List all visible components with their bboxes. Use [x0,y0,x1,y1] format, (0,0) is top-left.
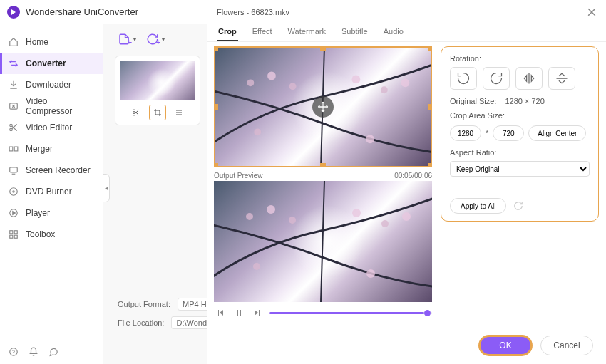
sidebar-item-downloader[interactable]: Downloader [0,74,103,95]
converter-icon [9,58,19,68]
svg-point-27 [254,128,261,135]
sidebar: Home Converter Downloader Video Compress… [0,24,103,364]
tab-effect[interactable]: Effect [251,24,274,41]
pause-button[interactable] [232,306,245,319]
editor-tabs: Crop Effect Watermark Subtitle Audio [207,20,606,42]
ok-button[interactable]: OK [479,336,532,355]
play-icon [9,208,19,218]
tab-audio[interactable]: Audio [382,24,405,41]
svg-point-30 [267,205,275,214]
sidebar-item-home[interactable]: Home [0,31,103,53]
crop-handle-bm[interactable] [320,163,326,167]
sidebar-item-label: Downloader [26,80,71,90]
output-format-label: Output Format: [118,300,170,308]
crop-height-input[interactable] [493,125,524,141]
playback-progress[interactable] [269,312,432,314]
svg-rect-9 [14,147,18,151]
svg-point-33 [381,220,389,227]
sidebar-item-label: Merger [26,144,53,154]
add-file-button[interactable]: +▾ [118,31,136,47]
grid-icon [9,229,19,239]
collapse-sidebar-button[interactable]: ◂ [103,174,110,202]
crop-tool-button[interactable] [149,105,166,120]
tab-watermark[interactable]: Watermark [287,24,327,41]
svg-point-12 [13,191,14,192]
svg-rect-16 [10,235,13,238]
video-thumbnail[interactable] [120,61,195,100]
crop-handle-mr[interactable] [428,104,432,110]
svg-point-35 [253,263,260,270]
svg-point-19 [133,110,135,112]
prev-frame-button[interactable] [214,306,227,319]
crop-move-handle[interactable] [312,96,334,118]
svg-rect-38 [240,310,241,316]
record-icon [9,165,19,175]
svg-rect-14 [10,231,13,234]
svg-point-21 [247,79,254,86]
editor-close-button[interactable] [587,8,596,16]
output-image [214,181,432,302]
home-icon [9,37,19,47]
crop-preview[interactable] [214,46,432,167]
next-frame-button[interactable] [251,306,264,319]
sidebar-item-recorder[interactable]: Screen Recorder [0,160,103,181]
reset-icon[interactable] [513,201,523,211]
flip-vertical-button[interactable] [548,67,575,90]
cancel-button[interactable]: Cancel [540,336,593,355]
svg-rect-15 [14,231,17,234]
svg-point-31 [289,217,296,224]
sidebar-item-compressor[interactable]: Video Compressor [0,95,103,117]
crop-handle-ml[interactable] [214,104,218,110]
svg-rect-10 [10,167,18,172]
help-icon[interactable] [9,347,19,357]
svg-point-22 [267,72,276,80]
sidebar-item-player[interactable]: Player [0,202,103,224]
file-location-label: File Location: [118,318,164,327]
app-logo [7,6,20,19]
tab-crop[interactable]: Crop [217,24,238,41]
sidebar-item-converter[interactable]: Converter [0,53,103,74]
sidebar-item-label: Video Editor [26,123,72,132]
aspect-ratio-select[interactable]: Keep Original [450,161,590,177]
trim-tool-button[interactable] [128,105,145,120]
align-center-button[interactable]: Align Center [528,125,586,141]
merge-icon [9,144,19,154]
crop-separator: * [486,129,488,137]
editor-file-title: Flowers - 66823.mkv [217,8,289,16]
app-title: Wondershare UniConverter [26,6,138,17]
aspect-ratio-label: Aspect Ratio: [450,148,590,157]
sidebar-item-toolbox[interactable]: Toolbox [0,224,103,245]
compress-icon [9,101,19,111]
svg-point-24 [351,75,360,83]
chat-icon[interactable] [48,347,58,357]
sidebar-item-dvd[interactable]: DVD Burner [0,181,103,202]
rotate-right-button[interactable] [483,67,510,90]
svg-point-23 [289,83,297,90]
sidebar-item-editor[interactable]: Video Editor [0,117,103,138]
sidebar-item-merger[interactable]: Merger [0,138,103,160]
video-card [115,56,200,125]
more-tool-button[interactable] [170,105,188,120]
tab-subtitle[interactable]: Subtitle [340,24,369,41]
bell-icon[interactable] [29,347,38,357]
refresh-button[interactable]: +▾ [146,31,165,47]
flip-horizontal-button[interactable] [515,67,543,90]
svg-point-28 [366,135,374,143]
disc-icon [9,187,19,197]
svg-rect-8 [9,147,13,151]
crop-area-label: Crop Area Size: [450,111,590,120]
sidebar-item-label: Screen Recorder [26,165,91,175]
crop-width-input[interactable] [450,125,481,141]
rotate-left-button[interactable] [450,67,477,90]
svg-point-6 [10,124,13,127]
crop-handle-tr[interactable] [428,46,432,51]
rotation-label: Rotation: [450,54,590,63]
crop-handle-tl[interactable] [214,46,218,51]
output-preview-label: Output Preview [214,172,262,180]
crop-handle-tm[interactable] [320,46,326,51]
svg-point-34 [402,212,411,221]
crop-handle-bl[interactable] [214,163,218,167]
sidebar-item-label: Converter [26,58,66,68]
apply-to-all-button[interactable]: Apply to All [450,198,506,214]
crop-handle-br[interactable] [428,163,432,167]
